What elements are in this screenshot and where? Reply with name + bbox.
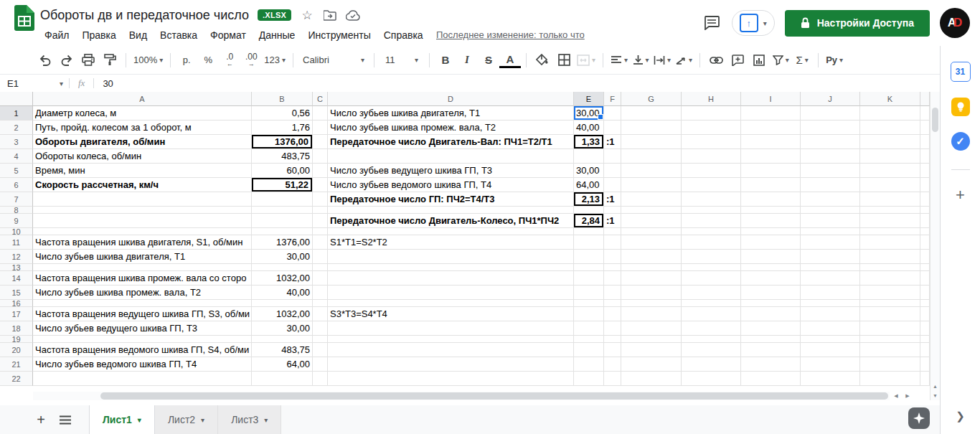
scroll-left-button[interactable]: ◀ xyxy=(890,392,902,400)
cell-G19[interactable] xyxy=(621,336,682,343)
cell-G5[interactable] xyxy=(621,164,682,178)
input-tools-button[interactable]: Ру▾ xyxy=(824,51,845,70)
cell-K3[interactable] xyxy=(860,135,920,149)
cell-I22[interactable] xyxy=(741,372,801,386)
row-header[interactable]: 20 xyxy=(0,343,33,357)
cell-A6[interactable]: Скорость рассчетная, км/ч xyxy=(33,178,252,192)
cell-A9[interactable] xyxy=(33,214,252,228)
cell-C15[interactable] xyxy=(313,286,328,300)
cell-B20[interactable]: 483,75 xyxy=(252,343,313,357)
cell-F4[interactable] xyxy=(604,149,621,164)
cell-C20[interactable] xyxy=(313,343,328,357)
cell-E13[interactable] xyxy=(574,264,604,271)
cell-G10[interactable] xyxy=(621,228,682,235)
add-addon-button[interactable]: + xyxy=(956,186,965,204)
row-header[interactable]: 19 xyxy=(0,336,33,343)
cell-D12[interactable] xyxy=(328,250,574,264)
paint-format-button[interactable] xyxy=(99,51,121,70)
cell-E22[interactable] xyxy=(574,372,604,386)
cell-C3[interactable] xyxy=(313,135,328,149)
cell-D4[interactable] xyxy=(328,149,574,164)
insert-chart-button[interactable] xyxy=(748,51,770,70)
cell-I18[interactable] xyxy=(741,321,801,336)
cell-x19[interactable] xyxy=(920,336,930,343)
cell-J13[interactable] xyxy=(801,264,860,271)
avatar[interactable]: AD xyxy=(940,8,970,38)
select-all-corner[interactable] xyxy=(0,92,33,106)
dropdown-arrow-icon[interactable]: ▾ xyxy=(60,80,63,88)
cell-E18[interactable] xyxy=(574,321,604,336)
cell-C2[interactable] xyxy=(313,121,328,135)
cell-I9[interactable] xyxy=(741,214,801,228)
cell-I7[interactable] xyxy=(741,192,801,207)
row-header[interactable]: 16 xyxy=(0,300,33,307)
cell-F7[interactable]: :1 xyxy=(604,192,621,207)
cell-C4[interactable] xyxy=(313,149,328,164)
row-header[interactable]: 11 xyxy=(0,235,33,250)
cell-A16[interactable] xyxy=(33,300,252,307)
cell-A17[interactable]: Частота вращения ведущего шкива ГП, S3, … xyxy=(33,307,252,321)
all-sheets-button[interactable] xyxy=(55,409,76,430)
cell-F18[interactable] xyxy=(604,321,621,336)
cell-F19[interactable] xyxy=(604,336,621,343)
cell-I12[interactable] xyxy=(741,250,801,264)
cell-I14[interactable] xyxy=(741,271,801,286)
cell-E17[interactable] xyxy=(574,307,604,321)
cell-H10[interactable] xyxy=(682,228,741,235)
cell-F11[interactable] xyxy=(604,235,621,250)
cell-D15[interactable] xyxy=(328,286,574,300)
cell-C14[interactable] xyxy=(313,271,328,286)
cell-C1[interactable] xyxy=(313,106,328,121)
cell-H11[interactable] xyxy=(682,235,741,250)
menu-item[interactable]: Формат xyxy=(204,28,252,42)
cell-A4[interactable]: Обороты колеса, об/мин xyxy=(33,149,252,164)
cell-x1[interactable] xyxy=(920,106,930,121)
cell-F8[interactable] xyxy=(604,207,621,214)
cell-J21[interactable] xyxy=(801,357,860,372)
cell-E15[interactable] xyxy=(574,286,604,300)
cell-K4[interactable] xyxy=(860,149,920,164)
cell-x11[interactable] xyxy=(920,235,930,250)
scroll-up-button[interactable]: ▲ xyxy=(930,382,940,390)
cell-J9[interactable] xyxy=(801,214,860,228)
cell-E19[interactable] xyxy=(574,336,604,343)
menu-item[interactable]: Правка xyxy=(76,28,121,42)
cell-E14[interactable] xyxy=(574,271,604,286)
cell-J3[interactable] xyxy=(801,135,860,149)
cell-C18[interactable] xyxy=(313,321,328,336)
cell-F6[interactable] xyxy=(604,178,621,192)
cell-x12[interactable] xyxy=(920,250,930,264)
sheet-tab[interactable]: Лист2▾ xyxy=(155,405,218,434)
row-header[interactable]: 22 xyxy=(0,372,33,386)
cell-I17[interactable] xyxy=(741,307,801,321)
cell-J4[interactable] xyxy=(801,149,860,164)
cell-x16[interactable] xyxy=(920,300,930,307)
column-header[interactable]: A xyxy=(33,92,252,106)
cell-J14[interactable] xyxy=(801,271,860,286)
cell-E5[interactable]: 30,00 xyxy=(574,164,604,178)
cell-I6[interactable] xyxy=(741,178,801,192)
cell-H8[interactable] xyxy=(682,207,741,214)
cell-F21[interactable] xyxy=(604,357,621,372)
cell-E10[interactable] xyxy=(574,228,604,235)
cell-D14[interactable] xyxy=(328,271,574,286)
cell-C16[interactable] xyxy=(313,300,328,307)
cell-H16[interactable] xyxy=(682,300,741,307)
cell-F1[interactable] xyxy=(604,106,621,121)
cell-K13[interactable] xyxy=(860,264,920,271)
cell-J8[interactable] xyxy=(801,207,860,214)
cell-A22[interactable] xyxy=(33,372,252,386)
cell-G17[interactable] xyxy=(621,307,682,321)
row-header[interactable]: 14 xyxy=(0,271,33,286)
row-header[interactable]: 1 xyxy=(0,106,33,121)
cell-B1[interactable]: 0,56 xyxy=(252,106,313,121)
row-header[interactable]: 10 xyxy=(0,228,33,235)
cell-G14[interactable] xyxy=(621,271,682,286)
cell-K10[interactable] xyxy=(860,228,920,235)
cell-K14[interactable] xyxy=(860,271,920,286)
cell-F2[interactable] xyxy=(604,121,621,135)
cell-J1[interactable] xyxy=(801,106,860,121)
cell-C12[interactable] xyxy=(313,250,328,264)
cell-I4[interactable] xyxy=(741,149,801,164)
row-header[interactable]: 5 xyxy=(0,164,33,178)
